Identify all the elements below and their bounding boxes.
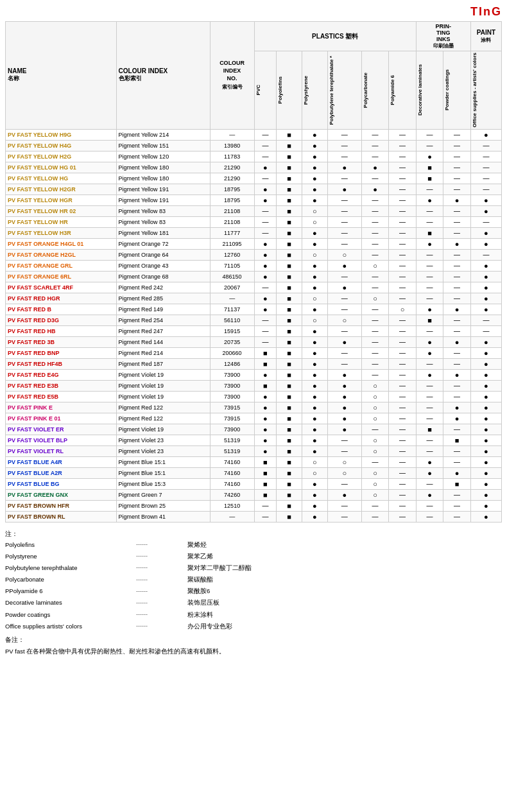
remark-text: PV fast 在各种聚合物中具有优异的耐热性、耐光性和渗色性的高速有机颜料。 [5, 646, 502, 657]
cell-colour-index: Pigment Blue 15:3 [116, 478, 210, 489]
cell-index-no: 74160 [210, 467, 254, 478]
cell-pa6: — [389, 380, 416, 391]
header-colour-index-no: COLOURINDEXNO. 索引编号 [210, 22, 254, 130]
cell-colour-index: Pigment Yellow 151 [116, 140, 210, 151]
cell-name: PV FAST RED E3B [6, 380, 117, 391]
cell-index-no: 56110 [210, 315, 254, 325]
cell-pc: — [361, 129, 388, 140]
cell-po: ■ [277, 282, 302, 293]
cell-index-no: 12760 [210, 249, 254, 260]
cell-po: ■ [277, 227, 302, 238]
notes-dashes: ------ [133, 597, 185, 609]
cell-dl: — [416, 445, 443, 456]
cell-po: ■ [277, 445, 302, 456]
cell-pc: — [361, 358, 388, 369]
cell-pvc: — [254, 282, 277, 293]
cell-os: ● [470, 205, 501, 216]
cell-pc: ○ [361, 435, 388, 445]
cell-pbt: ● [327, 184, 361, 194]
cell-ps: ● [302, 336, 327, 347]
cell-pc: — [361, 369, 388, 380]
cell-pwdc: — [443, 205, 470, 216]
table-row: PV FAST YELLOW H3R Pigment Yellow 181 11… [6, 227, 502, 238]
brand-logo: TInG [470, 5, 502, 19]
cell-colour-index: Pigment Red 254 [116, 315, 210, 325]
cell-index-no: 200660 [210, 347, 254, 358]
table-row: PV FAST GREEN GNX Pigment Green 7 74260 … [6, 489, 502, 500]
cell-index-no: 21290 [210, 173, 254, 184]
cell-pwdc: — [443, 347, 470, 358]
cell-name: PV FAST RED 3B [6, 336, 117, 347]
cell-pbt: — [327, 173, 361, 184]
cell-pwdc: — [443, 380, 470, 391]
cell-os: ● [470, 282, 501, 293]
cell-ps: ● [302, 173, 327, 184]
cell-index-no: — [210, 129, 254, 140]
cell-pwdc: — [443, 358, 470, 369]
cell-dl: ■ [416, 227, 443, 238]
table-row: PV FAST VIOLET BLP Pigment Violet 23 513… [6, 435, 502, 445]
remark-label: 备注： [5, 636, 24, 643]
cell-pc: — [361, 271, 388, 282]
cell-os: ● [470, 435, 501, 445]
cell-pbt: ● [327, 162, 361, 173]
table-row: PV FAST ORANGE 6RL Pigment Orange 68 486… [6, 271, 502, 282]
cell-pvc: ● [254, 402, 277, 413]
cell-colour-index: Pigment Violet 19 [116, 391, 210, 402]
cell-index-no: 486150 [210, 271, 254, 282]
cell-pbt: — [327, 151, 361, 162]
cell-pwdc: — [443, 271, 470, 282]
cell-colour-index: Pigment Red 285 [116, 293, 210, 304]
cell-po: ■ [277, 293, 302, 304]
cell-ps: ● [302, 445, 327, 456]
cell-os: ● [470, 380, 501, 391]
cell-pvc: ● [254, 445, 277, 456]
cell-os: ● [470, 391, 501, 402]
cell-dl: — [416, 140, 443, 151]
cell-name: PV FAST RED B [6, 304, 117, 315]
cell-pa6: — [389, 238, 416, 249]
cell-os: — [470, 216, 501, 227]
cell-pa6: — [389, 500, 416, 511]
cell-colour-index: Pigment Violet 23 [116, 445, 210, 456]
cell-name: PV FAST YELLOW HGR [6, 194, 117, 205]
cell-pwdc: — [443, 227, 470, 238]
cell-dl: — [416, 402, 443, 413]
cell-name: PV FAST ORANGE H4GL 01 [6, 238, 117, 249]
cell-dl: — [416, 380, 443, 391]
cell-os: ● [470, 511, 501, 522]
notes-row: Polycarbonate ------ 聚碳酸酯 [5, 574, 254, 585]
cell-colour-index: Pigment Violet 19 [116, 380, 210, 391]
cell-pbt: — [327, 435, 361, 445]
cell-pc: — [361, 140, 388, 151]
cell-colour-index: Pigment Red 122 [116, 413, 210, 424]
cell-dl: ● [416, 238, 443, 249]
cell-os: ● [470, 271, 501, 282]
table-row: PV FAST ORANGE GRL Pigment Orange 43 711… [6, 260, 502, 271]
cell-index-no: 15915 [210, 325, 254, 336]
cell-pa6: — [389, 511, 416, 522]
cell-dl: — [416, 260, 443, 271]
cell-dl: ● [416, 336, 443, 347]
table-row: PV FAST YELLOW HG Pigment Yellow 180 212… [6, 173, 502, 184]
cell-colour-index: Pigment Red 214 [116, 347, 210, 358]
header-name: NAME 名称 [6, 22, 117, 130]
cell-index-no: 74160 [210, 478, 254, 489]
cell-pc: — [361, 249, 388, 260]
cell-po: ■ [277, 151, 302, 162]
cell-pc: — [361, 151, 388, 162]
cell-pc: ○ [361, 402, 388, 413]
notes-dashes: ------ [133, 609, 185, 621]
cell-po: ■ [277, 402, 302, 413]
cell-po: ■ [277, 238, 302, 249]
cell-colour-index: Pigment Orange 72 [116, 238, 210, 249]
cell-index-no: 73900 [210, 391, 254, 402]
cell-pa6: — [389, 227, 416, 238]
cell-name: PV FAST YELLOW H3R [6, 227, 117, 238]
cell-pbt: — [327, 227, 361, 238]
header-row-1: NAME 名称 COLOUR INDEX 色彩索引 COLOURINDEXNO.… [6, 22, 502, 51]
cell-colour-index: Pigment Red 247 [116, 325, 210, 336]
cell-pa6: — [389, 456, 416, 467]
cell-dl: — [416, 293, 443, 304]
cell-pa6: — [389, 282, 416, 293]
